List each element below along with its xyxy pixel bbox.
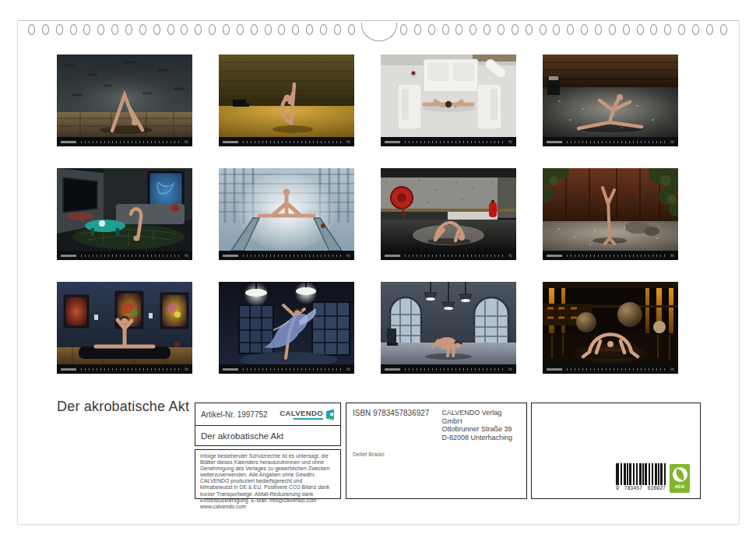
calendar-thumbnail-6 — [219, 168, 354, 260]
binding-ring — [70, 24, 77, 35]
calendar-caption-strip — [543, 364, 678, 374]
ean-barcode: 9 783457 836927 — [616, 463, 666, 491]
calendar-thumbnail-12 — [543, 282, 678, 374]
legal-box: Infolge bestehender Schutzrechte ist es … — [195, 449, 341, 499]
binding-ring — [28, 24, 35, 35]
legal-text: Infolge bestehender Schutzrechte ist es … — [200, 453, 336, 510]
publisher-address: CALVENDO Verlag GmbH Ottobrunner Straße … — [441, 409, 520, 441]
binding-ring — [167, 24, 174, 35]
binding-ring — [265, 24, 272, 35]
calendar-thumbnail-11 — [381, 282, 516, 374]
calendar-title-box: Der akrobatische Akt — [195, 425, 341, 446]
binding-ring — [111, 24, 118, 35]
calendar-caption-strip — [57, 364, 192, 374]
isbn-number: ISBN 9783457836927 — [353, 409, 429, 441]
binding-ring — [609, 24, 616, 35]
page-title: Der akrobatische Akt — [57, 399, 189, 415]
calendar-caption-strip — [219, 251, 354, 260]
calendar-caption-strip — [543, 251, 678, 260]
barcode-bars — [616, 463, 666, 485]
spiral-binding-right — [400, 24, 727, 35]
calvendo-logo-icon — [325, 409, 335, 420]
binding-ring — [498, 24, 505, 35]
author-name: Detlef Bradel — [353, 452, 520, 457]
binding-ring — [348, 24, 355, 35]
binding-ring — [595, 24, 602, 35]
isbn-box: ISBN 9783457836927 CALVENDO Verlag GmbH … — [346, 403, 527, 499]
binding-ring — [181, 24, 188, 35]
scene-1-illustration — [57, 54, 192, 137]
binding-ring — [278, 24, 285, 35]
article-number-box: Artikel-Nr. 1997752 CALVENDO — [195, 403, 341, 426]
binding-ring — [567, 24, 574, 35]
binding-ring — [650, 24, 657, 35]
binding-ring — [320, 24, 327, 35]
calendar-thumbnail-1 — [57, 54, 192, 146]
binding-ring — [692, 24, 699, 35]
publisher-name: CALVENDO Verlag GmbH — [441, 409, 520, 425]
binding-ring — [139, 24, 146, 35]
scene-4-illustration — [543, 54, 678, 137]
calendar-caption-strip — [381, 251, 516, 260]
eco-badge: eco — [670, 464, 690, 493]
binding-ring — [553, 24, 560, 35]
binding-ring — [428, 24, 435, 35]
eco-label: eco — [675, 483, 684, 489]
binding-ring — [125, 24, 132, 35]
calendar-thumbnail-4 — [543, 54, 678, 146]
spiral-binding-left — [28, 24, 355, 35]
calvendo-wordmark: CALVENDO — [280, 409, 323, 417]
calendar-caption-strip — [219, 137, 354, 146]
scene-9-illustration — [57, 282, 192, 364]
calendar-caption-strip — [543, 137, 678, 146]
binding-ring — [512, 24, 519, 35]
barcode-box: 9 783457 836927 eco — [531, 403, 701, 499]
binding-ring — [455, 24, 462, 35]
calendar-thumbnail-8 — [543, 168, 678, 260]
binding-ring — [153, 24, 160, 35]
binding-ring — [97, 24, 104, 35]
binding-ring — [414, 24, 421, 35]
binding-ring — [292, 24, 299, 35]
calendar-thumbnail-2 — [219, 54, 354, 146]
calendar-caption-strip — [219, 364, 354, 374]
binding-ring — [56, 24, 63, 35]
scene-10-illustration — [219, 282, 354, 364]
calendar-back-cover: Der akrobatische Akt Artikel-Nr. 1997752… — [0, 0, 756, 545]
scene-12-illustration — [543, 282, 678, 364]
binding-ring — [442, 24, 449, 35]
binding-ring — [469, 24, 476, 35]
calendar-title: Der akrobatische Akt — [201, 431, 283, 441]
binding-ring — [637, 24, 644, 35]
barcode-digit-group-2: 783457 — [624, 486, 642, 491]
calvendo-logo: CALVENDO — [280, 409, 335, 420]
calendar-thumbnail-10 — [219, 282, 354, 374]
binding-ring — [706, 24, 713, 35]
binding-ring — [42, 24, 49, 35]
binding-ring — [83, 24, 90, 35]
binding-ring — [251, 24, 258, 35]
binding-ring — [195, 24, 202, 35]
binding-ring — [540, 24, 547, 35]
publisher-street: Ottobrunner Straße 39 — [441, 425, 520, 434]
calendar-caption-strip — [381, 364, 516, 374]
scene-6-illustration — [219, 168, 354, 251]
scene-11-illustration — [381, 282, 516, 364]
binding-ring — [334, 24, 341, 35]
calendar-thumbnail-5 — [57, 168, 192, 260]
scene-2-illustration — [219, 54, 354, 137]
binding-ring — [623, 24, 630, 35]
calendar-caption-strip — [57, 137, 192, 146]
scene-3-illustration — [381, 54, 516, 137]
scene-7-illustration — [381, 168, 516, 251]
binding-ring — [306, 24, 313, 35]
binding-ring — [581, 24, 588, 35]
binding-ring — [526, 24, 533, 35]
calendar-caption-strip — [381, 137, 516, 146]
binding-ring — [483, 24, 491, 35]
binding-ring — [223, 24, 230, 35]
article-number: Artikel-Nr. 1997752 — [201, 410, 268, 419]
publisher-city: D-82008 Unterhaching — [441, 434, 520, 442]
binding-ring — [678, 24, 685, 35]
calendar-thumbnail-3 — [381, 54, 516, 146]
